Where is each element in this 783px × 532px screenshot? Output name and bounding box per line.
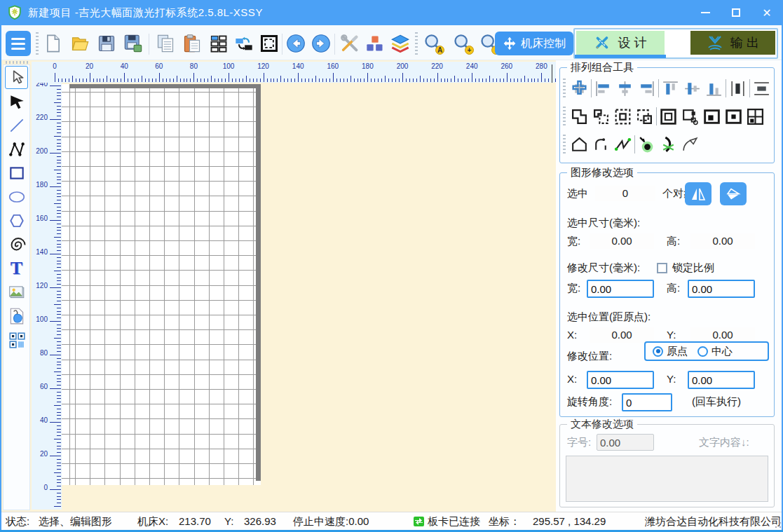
y-label: Y: (667, 373, 676, 385)
trim-curve-button[interactable] (658, 134, 679, 156)
undo-button[interactable] (283, 31, 308, 56)
font-size-label: 字号: (567, 436, 591, 449)
close-button[interactable]: ✕ (756, 4, 777, 22)
transform-swap-button[interactable] (231, 31, 257, 56)
add-node-button[interactable] (636, 134, 658, 156)
align-center-both-button[interactable] (568, 78, 590, 100)
align-top-button[interactable] (660, 78, 681, 100)
curve-edit-button[interactable] (612, 134, 634, 156)
window-title: 新建项目 -吉光大幅面激光打标系统2.5.8L-XSSY (28, 6, 263, 20)
machine-y-label: Y: (224, 515, 233, 527)
arrange-group-title: 排列组合工具 (567, 61, 637, 74)
image-tool[interactable] (5, 280, 28, 303)
paste-button[interactable] (179, 31, 205, 56)
hexagon-icon (8, 212, 26, 230)
blocks-button[interactable] (362, 31, 388, 56)
new-file-button[interactable] (41, 31, 66, 56)
combine-button[interactable] (658, 106, 679, 128)
text-tool[interactable]: T (5, 257, 28, 280)
window-border (0, 25, 1, 532)
machine-control-button[interactable]: 机床控制 (495, 32, 573, 55)
tab-output[interactable]: 输 出 (690, 31, 775, 55)
ellipse-tool[interactable] (5, 185, 28, 208)
text-content-textarea (566, 456, 768, 502)
open-file-button[interactable] (67, 31, 93, 56)
polygon-tool[interactable] (5, 209, 28, 232)
fill-center-button[interactable] (723, 106, 744, 128)
select-all-button[interactable] (257, 31, 282, 56)
canvas-work-area[interactable] (62, 84, 261, 485)
array-copy-button[interactable] (206, 31, 231, 56)
align-center-h-button[interactable] (614, 78, 636, 100)
fill-corner-button[interactable] (701, 106, 723, 128)
horizontal-ruler: 0204060801001201401601802002202402602803… (32, 62, 556, 83)
save-button[interactable] (94, 31, 119, 56)
align-center-h-icon (615, 79, 634, 98)
swap-icon (234, 34, 254, 53)
lock-ratio-checkbox[interactable] (657, 263, 667, 273)
radio-origin-circle (653, 346, 663, 357)
space-horizontal-icon (752, 79, 771, 98)
y-label: Y: (667, 329, 676, 341)
open-path-button[interactable] (590, 134, 612, 156)
space-vertical-button[interactable] (727, 78, 749, 100)
flip-horizontal-button[interactable] (685, 182, 711, 205)
select-node-button[interactable] (679, 134, 701, 156)
blocks-icon (365, 34, 385, 53)
close-path-button[interactable] (568, 134, 590, 156)
square-in-box-icon (702, 107, 721, 126)
arrange-tools-group: 排列组合工具 (559, 67, 775, 163)
align-bottom-button[interactable] (703, 78, 725, 100)
minimize-button[interactable] (695, 4, 716, 22)
active-tab-indicator (575, 55, 666, 58)
modify-y-input[interactable] (688, 371, 755, 389)
regroup-button[interactable] (634, 106, 655, 128)
break-apart-button[interactable] (679, 106, 701, 128)
rotate-angle-input[interactable] (622, 393, 672, 411)
group-button[interactable] (568, 106, 590, 128)
settings-button[interactable] (337, 31, 362, 56)
zoom-all-button[interactable]: A (421, 31, 446, 56)
barcode-array-tool[interactable] (5, 328, 28, 351)
radio-origin[interactable]: 原点 (653, 345, 688, 358)
save-as-button[interactable] (121, 31, 146, 56)
modify-width-input[interactable] (587, 280, 654, 298)
tab-design[interactable]: 设 计 (576, 31, 665, 55)
flip-vertical-button[interactable] (720, 182, 747, 205)
layers-button[interactable] (388, 31, 413, 56)
dashed-group-icon (613, 107, 632, 126)
align-middle-button[interactable] (681, 78, 703, 100)
selected-position-label: 选中位置(距原点): (567, 311, 651, 324)
right-panel: 排列组合工具 (556, 60, 782, 512)
modify-x-input[interactable] (587, 371, 654, 389)
rectangle-tool[interactable] (5, 161, 28, 184)
width-label: 宽: (567, 235, 580, 248)
zoom-in-button[interactable]: + (450, 31, 475, 56)
line-tool[interactable] (5, 114, 28, 137)
radio-center-circle (697, 346, 708, 357)
resize-grip[interactable] (775, 521, 782, 528)
space-horizontal-button[interactable] (751, 78, 772, 100)
menu-button[interactable] (6, 31, 31, 56)
align-left-button[interactable] (592, 78, 614, 100)
select-tool[interactable] (5, 66, 28, 89)
ungroup-button[interactable] (590, 106, 612, 128)
app-window: 新建项目 -吉光大幅面激光打标系统2.5.8L-XSSY ✕ (0, 0, 783, 532)
vector-import-tool[interactable] (5, 304, 28, 327)
space-vertical-icon (728, 79, 747, 98)
new-file-icon (43, 34, 63, 53)
align-right-button[interactable] (636, 78, 658, 100)
node-edit-tool[interactable] (5, 90, 28, 113)
redo-button[interactable] (308, 31, 334, 56)
align-bottom-icon (704, 79, 723, 98)
polyline-tool[interactable] (5, 137, 28, 161)
spiral-tool[interactable] (5, 233, 28, 256)
radio-center[interactable]: 中心 (697, 345, 733, 358)
copy-icon (156, 34, 175, 53)
status-value: 选择、编辑图形 (39, 515, 112, 528)
modify-height-input[interactable] (688, 280, 755, 298)
cell-grid-button[interactable] (744, 106, 766, 128)
copy-button[interactable] (153, 31, 178, 56)
dissolve-group-button[interactable] (612, 106, 634, 128)
maximize-button[interactable] (726, 4, 747, 22)
